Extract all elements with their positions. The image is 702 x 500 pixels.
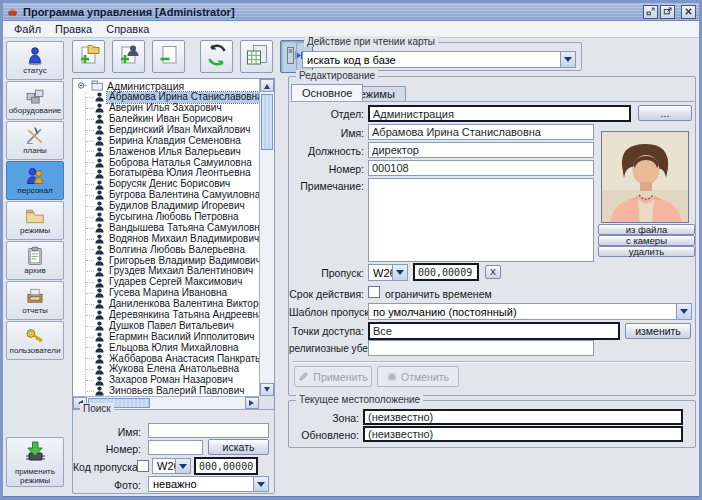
vertical-scroll-thumb[interactable] xyxy=(261,94,273,150)
tab-main[interactable]: Основное xyxy=(291,84,363,101)
access-points-field[interactable] xyxy=(368,322,620,340)
personnel-tree: Администрация Абрамова Ирина Станиславов… xyxy=(72,78,275,410)
location-group: Текущее местоположение Зона: Обновлено: xyxy=(288,400,696,448)
search-group-label: Поиск xyxy=(80,403,114,414)
number-field[interactable] xyxy=(368,160,594,176)
tree-person-row[interactable]: Волгина Любовь Валерьевна xyxy=(73,244,259,255)
search-passcode-input[interactable] xyxy=(194,457,258,475)
apply-modes-label-2: режимы xyxy=(20,476,50,485)
equipment-icon xyxy=(24,86,46,106)
search-passcode-format-combo[interactable]: W26 xyxy=(152,458,191,474)
search-photo-value: неважно xyxy=(153,478,197,490)
tree-person-row[interactable]: Вандышева Татьяна Самуиловна xyxy=(73,223,259,234)
tree-person-row[interactable]: Бердинский Иван Михайлович xyxy=(73,125,259,136)
limit-time-checkbox-label: ограничить временем xyxy=(385,288,492,300)
apply-button[interactable]: Применить xyxy=(294,366,372,387)
sidebar-item-reports[interactable]: отчеты xyxy=(6,281,64,320)
person-icon xyxy=(95,92,104,102)
limit-time-checkbox[interactable] xyxy=(368,286,380,298)
scroll-right-button[interactable] xyxy=(245,397,259,409)
tree-person-row[interactable]: Егармин Василий Ипполитович xyxy=(73,332,259,343)
pass-code-field[interactable] xyxy=(413,263,479,281)
search-photo-label: Фото: xyxy=(75,479,141,491)
person-icon xyxy=(95,278,104,288)
sidebar-item-plans[interactable]: планы xyxy=(6,121,64,160)
pass-template-combo[interactable]: по умолчанию (постоянный) xyxy=(368,303,692,320)
search-number-input[interactable] xyxy=(148,440,203,455)
tree-person-row[interactable]: Блаженов Илья Валерьевич xyxy=(73,146,259,157)
cancel-x-icon xyxy=(387,372,397,382)
name-field[interactable] xyxy=(368,124,594,140)
person-icon xyxy=(95,136,104,146)
sidebar-apply-modes-button[interactable]: применить режимы xyxy=(6,437,64,487)
sidebar-item-users[interactable]: пользователи xyxy=(6,321,64,360)
users-icon xyxy=(24,326,46,346)
note-textarea[interactable] xyxy=(368,178,594,262)
pass-clear-button[interactable]: X xyxy=(485,265,501,279)
chevron-down-icon[interactable] xyxy=(560,52,575,67)
tab-divider xyxy=(290,101,694,102)
search-button[interactable]: искать xyxy=(208,439,269,455)
cancel-button[interactable]: Отменить xyxy=(377,366,459,387)
person-icon xyxy=(95,321,104,331)
add-department-button[interactable] xyxy=(72,40,105,73)
sidebar-item-personnel[interactable]: персонал xyxy=(6,161,64,200)
sidebar-item-equipment[interactable]: оборудование xyxy=(6,81,64,120)
scroll-up-button[interactable] xyxy=(260,79,274,92)
sidebar-item-archive[interactable]: архив xyxy=(6,241,64,280)
photo-from-camera-button[interactable]: с камеры xyxy=(598,235,695,246)
refresh-button[interactable] xyxy=(200,40,233,73)
add-person-button[interactable] xyxy=(112,40,145,73)
export-button[interactable] xyxy=(240,40,273,73)
tree-root-department[interactable]: Администрация xyxy=(73,79,259,92)
tree-person-row[interactable]: Зиновьев Валерий Павлович xyxy=(73,386,259,396)
close-button[interactable] xyxy=(681,5,696,19)
updated-field[interactable] xyxy=(363,426,683,442)
search-photo-combo[interactable]: неважно xyxy=(148,476,269,492)
position-field[interactable] xyxy=(368,142,594,158)
zone-label: Зона: xyxy=(289,412,359,424)
zone-field[interactable] xyxy=(363,409,683,425)
scroll-down-button[interactable] xyxy=(260,383,274,396)
sidebar-item-modes[interactable]: режимы xyxy=(6,201,64,240)
reports-icon xyxy=(24,286,46,306)
person-icon xyxy=(95,288,104,298)
app-window: Программа управления [Administrator] Фай… xyxy=(0,0,702,500)
chevron-down-icon[interactable] xyxy=(392,265,407,280)
titlebar[interactable]: Программа управления [Administrator] xyxy=(3,3,699,21)
chevron-down-icon[interactable] xyxy=(253,477,268,491)
religion-field[interactable] xyxy=(368,340,594,356)
maximize-button[interactable] xyxy=(660,5,675,19)
menu-edit[interactable]: Правка xyxy=(48,22,99,36)
department-browse-button[interactable]: ... xyxy=(638,105,692,121)
search-name-input[interactable] xyxy=(148,423,269,438)
card-action-combo[interactable]: искать код в базе xyxy=(302,51,576,68)
photo-delete-button[interactable]: удалить xyxy=(598,246,695,257)
menu-file[interactable]: Файл xyxy=(7,22,48,36)
person-icon xyxy=(95,114,104,124)
photo-from-file-button[interactable]: из файла xyxy=(598,224,695,235)
person-icon xyxy=(95,125,104,135)
validity-label: Срок действия: xyxy=(289,288,364,300)
person-icon xyxy=(95,386,104,396)
tree-person-row[interactable]: Ельцова Юлия Михайловна xyxy=(73,342,259,353)
sidebar: статусоборудованиепланыперсоналрежимыарх… xyxy=(6,41,64,360)
access-change-button[interactable]: изменить xyxy=(625,323,691,339)
search-passcode-checkbox[interactable] xyxy=(137,460,149,472)
sidebar-item-status[interactable]: статус xyxy=(6,41,64,80)
person-icon xyxy=(95,103,104,113)
pass-label: Пропуск: xyxy=(289,267,364,279)
divider xyxy=(293,361,691,362)
department-field[interactable] xyxy=(368,105,631,122)
chevron-down-icon[interactable] xyxy=(175,459,190,473)
modes-icon xyxy=(24,206,46,226)
tree-person-row[interactable]: Бирина Клавдия Семеновна xyxy=(73,136,259,147)
pass-format-combo[interactable]: W26 xyxy=(368,264,408,281)
card-action-value: искать код в базе xyxy=(307,54,396,66)
minimize-button[interactable] xyxy=(643,5,658,19)
remove-button[interactable] xyxy=(152,40,185,73)
tree-person-row[interactable]: Душков Павел Витальевич xyxy=(73,321,259,332)
tree-person-row[interactable]: Водянов Михаил Владимирович xyxy=(73,234,259,245)
menu-help[interactable]: Справка xyxy=(99,22,156,36)
chevron-down-icon[interactable] xyxy=(676,304,691,319)
